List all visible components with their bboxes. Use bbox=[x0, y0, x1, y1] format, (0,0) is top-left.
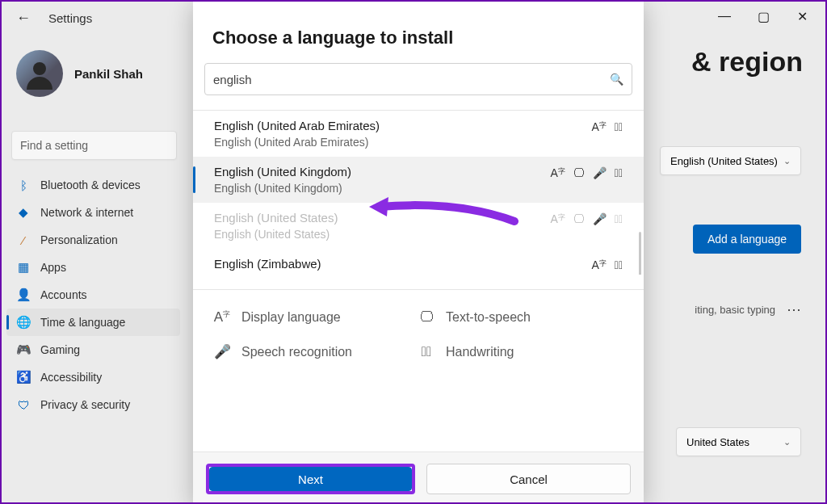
language-name-primary: English (United States) bbox=[214, 211, 338, 225]
handwriting-icon: ✎⃞ bbox=[418, 344, 434, 360]
scrollbar[interactable] bbox=[639, 232, 641, 275]
next-button-highlight: Next bbox=[206, 464, 415, 494]
language-name-secondary: English (United Kingdom) bbox=[214, 182, 351, 195]
handwriting-icon: ✎⃞ bbox=[615, 258, 623, 271]
legend-label: Handwriting bbox=[446, 345, 514, 359]
language-search-input[interactable]: 🔍 bbox=[204, 63, 632, 95]
language-name-secondary: English (United States) bbox=[214, 228, 338, 241]
handwriting-icon: ✎⃞ bbox=[615, 212, 623, 225]
feature-legend: A字Display language 🖵Text-to-speech 🎤Spee… bbox=[193, 290, 644, 368]
language-result-uae[interactable]: English (United Arab Emirates) English (… bbox=[193, 111, 644, 157]
search-icon: 🔍 bbox=[610, 73, 623, 86]
display-language-icon: A字 bbox=[591, 120, 606, 133]
display-language-icon: A字 bbox=[550, 166, 565, 179]
dialog-footer: Next Cancel bbox=[193, 452, 644, 504]
choose-language-dialog: Choose a language to install 🔍 English (… bbox=[193, 2, 644, 504]
cancel-button[interactable]: Cancel bbox=[426, 464, 631, 494]
display-language-icon: A字 bbox=[214, 309, 230, 326]
language-name-primary: English (United Kingdom) bbox=[214, 165, 351, 178]
legend-label: Text-to-speech bbox=[446, 310, 531, 325]
handwriting-icon: ✎⃞ bbox=[615, 120, 623, 133]
language-result-zimbabwe[interactable]: English (Zimbabwe) A字 ✎⃞ bbox=[193, 249, 644, 275]
language-results-list: English (United Arab Emirates) English (… bbox=[193, 111, 644, 275]
display-language-icon: A字 bbox=[591, 258, 606, 271]
language-name-primary: English (United Arab Emirates) bbox=[214, 119, 380, 132]
handwriting-icon: ✎⃞ bbox=[615, 166, 623, 179]
display-language-icon: A字 bbox=[550, 212, 565, 225]
speech-recognition-icon: 🎤 bbox=[593, 166, 607, 179]
language-name-secondary: English (United Arab Emirates) bbox=[214, 136, 380, 149]
legend-text-to-speech: 🖵Text-to-speech bbox=[418, 309, 623, 326]
language-result-us: English (United States) English (United … bbox=[193, 203, 644, 249]
legend-display-language: A字Display language bbox=[214, 309, 418, 326]
text-to-speech-icon: 🖵 bbox=[573, 212, 585, 225]
legend-label: Display language bbox=[241, 310, 341, 325]
text-to-speech-icon: 🖵 bbox=[573, 166, 585, 179]
language-name-primary: English (Zimbabwe) bbox=[214, 257, 321, 271]
legend-speech-recognition: 🎤Speech recognition bbox=[214, 343, 418, 360]
dialog-title: Choose a language to install bbox=[193, 2, 644, 63]
legend-label: Speech recognition bbox=[241, 345, 352, 359]
language-result-uk[interactable]: English (United Kingdom) English (United… bbox=[193, 157, 644, 203]
speech-recognition-icon: 🎤 bbox=[593, 212, 607, 225]
next-button[interactable]: Next bbox=[209, 467, 412, 491]
search-field[interactable] bbox=[213, 73, 610, 86]
legend-handwriting: ✎⃞Handwriting bbox=[418, 343, 623, 360]
text-to-speech-icon: 🖵 bbox=[418, 309, 434, 326]
speech-recognition-icon: 🎤 bbox=[214, 343, 230, 360]
